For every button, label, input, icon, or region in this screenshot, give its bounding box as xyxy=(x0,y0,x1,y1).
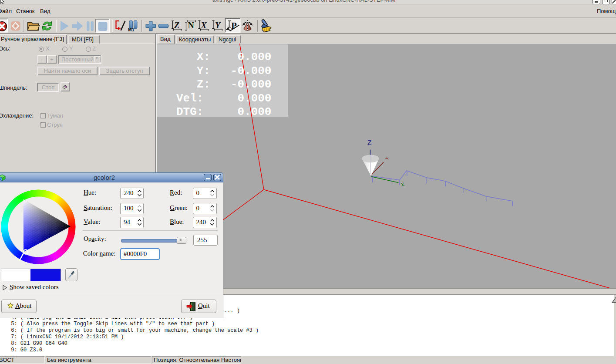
svg-text:Y: Y xyxy=(215,20,221,30)
svg-text:X: X xyxy=(401,182,405,188)
svg-text:Z: Z xyxy=(174,20,179,30)
svg-text:Z: Z xyxy=(367,139,372,147)
svg-text:Y: Y xyxy=(384,156,390,162)
svg-text:N: N xyxy=(188,20,195,30)
svg-text:M1: M1 xyxy=(128,27,135,32)
svg-text:X: X xyxy=(201,20,207,30)
svg-text:P: P xyxy=(231,20,237,31)
